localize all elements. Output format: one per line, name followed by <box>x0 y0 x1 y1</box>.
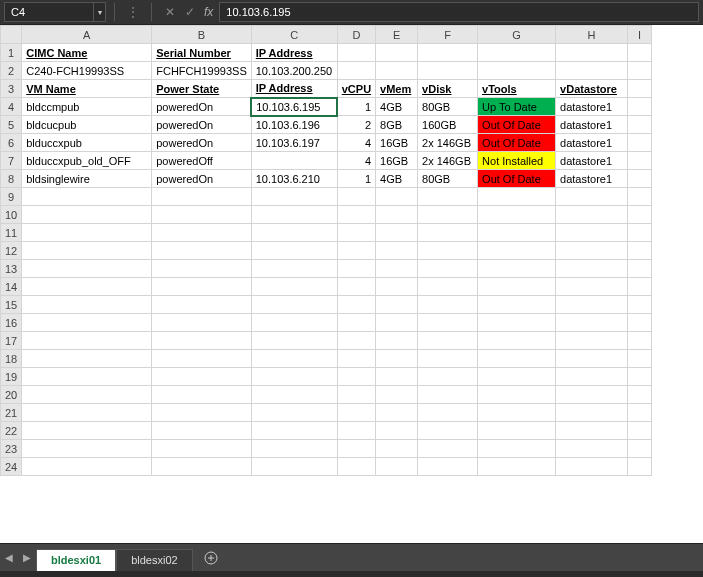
cell-D9[interactable] <box>337 188 375 206</box>
cell-G1[interactable] <box>478 44 556 62</box>
cell-E12[interactable] <box>376 242 418 260</box>
cell-D21[interactable] <box>337 404 375 422</box>
cell-A10[interactable] <box>22 206 152 224</box>
row-header-23[interactable]: 23 <box>1 440 22 458</box>
row-header-11[interactable]: 11 <box>1 224 22 242</box>
cell-I14[interactable] <box>628 278 652 296</box>
column-header-B[interactable]: B <box>152 26 251 44</box>
row-header-6[interactable]: 6 <box>1 134 22 152</box>
cell-G13[interactable] <box>478 260 556 278</box>
cell-E5[interactable]: 8GB <box>376 116 418 134</box>
fx-icon[interactable]: fx <box>204 5 213 19</box>
cell-F16[interactable] <box>418 314 478 332</box>
cell-I6[interactable] <box>628 134 652 152</box>
cell-C6[interactable]: 10.103.6.197 <box>251 134 337 152</box>
cell-G21[interactable] <box>478 404 556 422</box>
cell-I5[interactable] <box>628 116 652 134</box>
cell-H24[interactable] <box>556 458 628 476</box>
cell-E7[interactable]: 16GB <box>376 152 418 170</box>
cell-E19[interactable] <box>376 368 418 386</box>
cell-B4[interactable]: poweredOn <box>152 98 251 116</box>
cell-C8[interactable]: 10.103.6.210 <box>251 170 337 188</box>
cell-E11[interactable] <box>376 224 418 242</box>
row-header-5[interactable]: 5 <box>1 116 22 134</box>
cell-D18[interactable] <box>337 350 375 368</box>
cell-B11[interactable] <box>152 224 251 242</box>
cell-H6[interactable]: datastore1 <box>556 134 628 152</box>
cell-G16[interactable] <box>478 314 556 332</box>
cell-C12[interactable] <box>251 242 337 260</box>
row-header-20[interactable]: 20 <box>1 386 22 404</box>
column-header-I[interactable]: I <box>628 26 652 44</box>
cell-B2[interactable]: FCHFCH19993SS <box>152 62 251 80</box>
cell-E17[interactable] <box>376 332 418 350</box>
cell-A23[interactable] <box>22 440 152 458</box>
cell-A20[interactable] <box>22 386 152 404</box>
cell-A11[interactable] <box>22 224 152 242</box>
cell-H7[interactable]: datastore1 <box>556 152 628 170</box>
cell-H16[interactable] <box>556 314 628 332</box>
cell-G5[interactable]: Out Of Date <box>478 116 556 134</box>
cell-G4[interactable]: Up To Date <box>478 98 556 116</box>
tab-nav-next-icon[interactable]: ▶ <box>18 547 36 569</box>
cell-D6[interactable]: 4 <box>337 134 375 152</box>
cell-A3[interactable]: VM Name <box>22 80 152 98</box>
cell-D13[interactable] <box>337 260 375 278</box>
column-header-D[interactable]: D <box>337 26 375 44</box>
cell-H11[interactable] <box>556 224 628 242</box>
row-header-15[interactable]: 15 <box>1 296 22 314</box>
cell-B7[interactable]: poweredOff <box>152 152 251 170</box>
cell-D17[interactable] <box>337 332 375 350</box>
cell-B1[interactable]: Serial Number <box>152 44 251 62</box>
cell-G9[interactable] <box>478 188 556 206</box>
row-header-10[interactable]: 10 <box>1 206 22 224</box>
column-header-C[interactable]: C <box>251 26 337 44</box>
cell-E4[interactable]: 4GB <box>376 98 418 116</box>
cell-F12[interactable] <box>418 242 478 260</box>
cell-C9[interactable] <box>251 188 337 206</box>
cell-F1[interactable] <box>418 44 478 62</box>
cell-H23[interactable] <box>556 440 628 458</box>
cell-C4[interactable]: 10.103.6.195 <box>251 98 337 116</box>
cell-F8[interactable]: 80GB <box>418 170 478 188</box>
cell-I22[interactable] <box>628 422 652 440</box>
cell-H22[interactable] <box>556 422 628 440</box>
cell-D23[interactable] <box>337 440 375 458</box>
cell-I12[interactable] <box>628 242 652 260</box>
more-icon[interactable]: ⋮ <box>123 2 143 22</box>
cell-H5[interactable]: datastore1 <box>556 116 628 134</box>
cell-H12[interactable] <box>556 242 628 260</box>
row-header-19[interactable]: 19 <box>1 368 22 386</box>
cell-H15[interactable] <box>556 296 628 314</box>
cell-I16[interactable] <box>628 314 652 332</box>
row-header-4[interactable]: 4 <box>1 98 22 116</box>
row-header-2[interactable]: 2 <box>1 62 22 80</box>
cell-G23[interactable] <box>478 440 556 458</box>
cell-C20[interactable] <box>251 386 337 404</box>
cell-G2[interactable] <box>478 62 556 80</box>
cell-I1[interactable] <box>628 44 652 62</box>
cell-F9[interactable] <box>418 188 478 206</box>
cell-E10[interactable] <box>376 206 418 224</box>
cell-I10[interactable] <box>628 206 652 224</box>
cell-G19[interactable] <box>478 368 556 386</box>
sheet-tab-1[interactable]: bldesxi02 <box>116 549 192 571</box>
row-header-22[interactable]: 22 <box>1 422 22 440</box>
row-header-1[interactable]: 1 <box>1 44 22 62</box>
confirm-icon[interactable]: ✓ <box>180 2 200 22</box>
cell-F15[interactable] <box>418 296 478 314</box>
cell-H19[interactable] <box>556 368 628 386</box>
cell-F19[interactable] <box>418 368 478 386</box>
cell-A6[interactable]: blduccxpub <box>22 134 152 152</box>
cell-G20[interactable] <box>478 386 556 404</box>
cell-I18[interactable] <box>628 350 652 368</box>
cell-G7[interactable]: Not Installed <box>478 152 556 170</box>
cell-D8[interactable]: 1 <box>337 170 375 188</box>
cell-H3[interactable]: vDatastore <box>556 80 628 98</box>
cell-B21[interactable] <box>152 404 251 422</box>
cell-B12[interactable] <box>152 242 251 260</box>
cell-F5[interactable]: 160GB <box>418 116 478 134</box>
column-header-E[interactable]: E <box>376 26 418 44</box>
cell-D5[interactable]: 2 <box>337 116 375 134</box>
cell-C24[interactable] <box>251 458 337 476</box>
